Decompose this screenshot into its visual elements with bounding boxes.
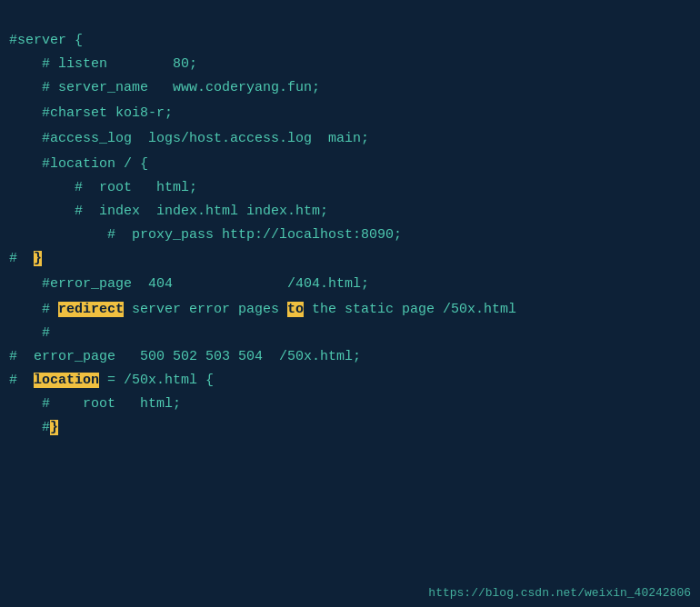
code-line: # error_page 500 502 503 504 /50x.html; (0, 345, 700, 369)
code-line: #} (0, 416, 700, 440)
code-line: # index index.html index.htm; (0, 200, 700, 224)
code-line: # proxy_pass http://localhost:8090; (0, 224, 700, 247)
code-line: #charset koi8-r; (0, 102, 700, 125)
code-line: # server_name www.coderyang.fun; (0, 76, 700, 100)
code-line: #server { (0, 29, 700, 53)
code-line: # } (0, 247, 700, 271)
code-line: # redirect server error pages to the sta… (0, 298, 700, 322)
highlight-redirect: redirect (58, 302, 124, 317)
highlight-to: to (287, 302, 304, 317)
code-line: #error_page 404 /404.html; (0, 273, 700, 296)
highlight-location: location (34, 373, 99, 388)
highlight-brace: } (34, 251, 42, 266)
code-line: # root html; (0, 176, 700, 200)
code-line: # listen 80; (0, 53, 700, 76)
code-line: # location = /50x.html { (0, 369, 700, 393)
highlight-brace: } (50, 420, 58, 435)
code-line: # root html; (0, 393, 700, 416)
code-line: #location / { (0, 153, 700, 176)
code-editor: #server { # listen 80; # server_name www… (0, 0, 700, 447)
code-line: #access_log logs/host.access.log main; (0, 127, 700, 151)
code-line: # (0, 322, 700, 345)
watermark: https://blog.csdn.net/weixin_40242806 (428, 586, 691, 600)
